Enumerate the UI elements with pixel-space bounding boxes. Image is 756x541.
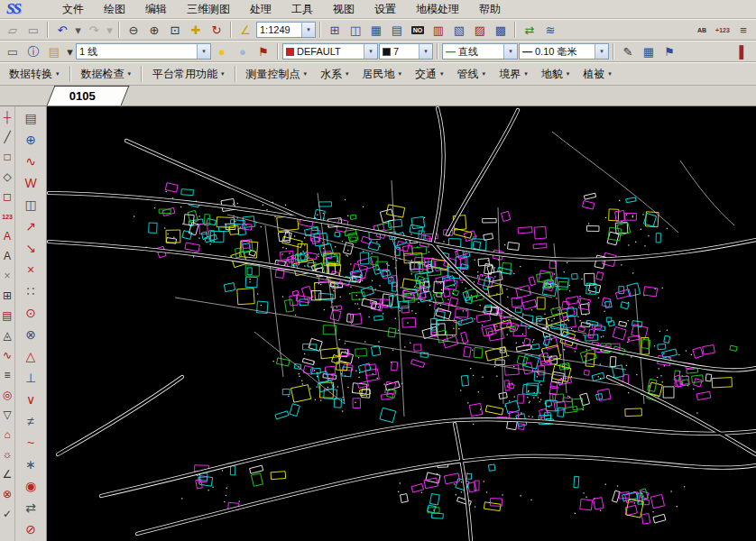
view-grid-3-button[interactable]: ▦ <box>366 21 386 39</box>
scale-combo[interactable]: 1:1249▾ <box>256 22 316 38</box>
tool-delta[interactable]: △ <box>15 345 46 367</box>
layer-freeze-button[interactable]: ● <box>233 42 253 60</box>
chevron-down-icon[interactable]: ▾ <box>503 44 517 59</box>
flag-button[interactable]: ⚑ <box>659 42 679 60</box>
tool-copy-object[interactable]: ▤ <box>0 306 14 326</box>
tool-check[interactable]: ✓ <box>0 504 14 524</box>
tool-text-annotate[interactable]: A <box>0 226 14 246</box>
tool-dots[interactable]: ∷ <box>15 280 46 302</box>
panel-water-system[interactable]: 水系▾ <box>314 64 355 85</box>
menu-item-draw[interactable]: 绘图 <box>94 0 135 19</box>
dock-toggle-button[interactable]: ▌ <box>733 42 753 60</box>
tool-wave[interactable]: ~ <box>15 432 46 454</box>
tool-bullseye[interactable]: ◉ <box>15 475 46 497</box>
tool-dashed-box[interactable]: ◫ <box>15 194 46 215</box>
swap-view-button[interactable]: ⇄ <box>520 21 539 39</box>
tool-coordinates[interactable]: 123 <box>0 206 14 226</box>
tool-spline[interactable]: ∿ <box>0 345 14 365</box>
panel-residential-area[interactable]: 居民地▾ <box>356 64 409 85</box>
more-tools-button[interactable]: ≡ <box>733 21 753 39</box>
zoom-out-button[interactable]: ⊖ <box>124 21 143 39</box>
edit-style-button[interactable]: ✎ <box>618 42 638 60</box>
scale-lock-button[interactable]: ∠ <box>235 21 255 39</box>
panel-transportation[interactable]: 交通▾ <box>409 64 450 85</box>
undo-history-button[interactable]: ▾ <box>73 21 83 39</box>
panel-platform-functions[interactable]: 平台常用功能▾ <box>146 64 231 85</box>
layer-lock-button[interactable]: ⚑ <box>254 42 273 60</box>
tool-layers-list[interactable]: ≡ <box>0 365 14 385</box>
menu-item-edit[interactable]: 编辑 <box>135 0 177 19</box>
layer-manager-button[interactable]: ▤ <box>44 42 64 60</box>
tool-line[interactable]: ╱ <box>0 127 14 147</box>
map-canvas[interactable] <box>47 106 756 541</box>
menu-item-help[interactable]: 帮助 <box>469 0 511 19</box>
menu-item-settings[interactable]: 设置 <box>364 0 406 19</box>
view-grid-1-button[interactable]: ⊞ <box>325 21 345 39</box>
chevron-down-icon[interactable]: ▾ <box>301 23 315 37</box>
tool-arrow-se[interactable]: ↘ <box>15 237 46 259</box>
tool-rectangle[interactable]: □ <box>0 147 14 167</box>
tool-text-style[interactable]: A <box>0 246 14 266</box>
panel-pipeline[interactable]: 管线▾ <box>451 64 493 85</box>
text-style-combo[interactable]: DEFAULT▾ <box>282 43 378 60</box>
chevron-down-icon[interactable]: ▾ <box>364 44 377 59</box>
tool-letter-w[interactable]: W <box>15 172 46 194</box>
lineweight-combo[interactable]: —0.10 毫米▾ <box>519 43 609 60</box>
tool-sun[interactable]: ☼ <box>0 445 14 464</box>
regen-button[interactable]: ↻ <box>207 21 226 39</box>
tool-cross[interactable]: × <box>15 259 46 280</box>
no-display-button[interactable]: NO <box>408 21 428 39</box>
info-button[interactable]: ⓘ <box>23 42 43 60</box>
tool-erase[interactable]: × <box>0 266 14 286</box>
tool-selection-box[interactable]: ◻ <box>0 187 14 206</box>
view-grid-6-button[interactable]: ▧ <box>449 21 469 39</box>
tool-vee[interactable]: ∨ <box>15 389 46 410</box>
tool-mirror[interactable]: ◬ <box>0 326 14 345</box>
redo-button[interactable]: ↷ <box>84 21 104 39</box>
linetype-combo[interactable]: —直线▾ <box>442 43 518 60</box>
tool-globe[interactable]: ⊕ <box>15 129 46 151</box>
chevron-down-icon[interactable]: ▾ <box>419 44 432 59</box>
zoom-in-button[interactable]: ⊕ <box>144 21 164 39</box>
view-grid-7-button[interactable]: ▨ <box>470 21 490 39</box>
panel-landform[interactable]: 地貌▾ <box>535 64 576 85</box>
menu-item-tools[interactable]: 工具 <box>281 0 323 19</box>
tool-point[interactable]: ┼ <box>0 107 14 127</box>
panel-data-check[interactable]: 数据检查▾ <box>75 64 138 85</box>
table-view-button[interactable]: ▦ <box>639 42 659 60</box>
zoom-window-button[interactable]: ⊡ <box>165 21 185 39</box>
redo-history-button[interactable]: ▾ <box>105 21 115 39</box>
menu-item-3d-mapping[interactable]: 三维测图 <box>177 0 240 19</box>
layer-list-button[interactable]: ▾ <box>65 42 75 60</box>
tool-perpendicular[interactable]: ⊥ <box>15 367 46 389</box>
open-doc-button[interactable]: ▭ <box>23 21 43 39</box>
view-grid-5-button[interactable]: ▥ <box>429 21 448 39</box>
menu-item-file[interactable]: 文件 <box>52 0 94 19</box>
label-123-button[interactable]: +123 <box>713 21 733 39</box>
chevron-down-icon[interactable]: ▾ <box>197 44 210 59</box>
tool-no-entry[interactable]: ⊗ <box>15 324 46 345</box>
tool-array[interactable]: ⊞ <box>0 286 14 306</box>
undo-button[interactable]: ↶ <box>52 21 72 39</box>
tool-paste-board[interactable]: ▤ <box>15 107 46 129</box>
tool-curve[interactable]: ∿ <box>15 151 46 172</box>
panel-vegetation[interactable]: 植被▾ <box>576 64 618 85</box>
layer-on-button[interactable]: ● <box>212 42 232 60</box>
drawing-tab-0105[interactable]: 0105 <box>47 86 130 105</box>
pan-button[interactable]: ✚ <box>186 21 206 39</box>
sheet-button[interactable]: ▭ <box>3 42 23 60</box>
tool-donut[interactable]: ◎ <box>0 385 14 405</box>
layer-combo[interactable]: 1 线▾ <box>76 43 211 60</box>
menu-item-view[interactable]: 视图 <box>323 0 364 19</box>
tool-arrow-ne[interactable]: ↗ <box>15 215 46 237</box>
tool-circle-cross[interactable]: ⊗ <box>0 484 14 504</box>
color-combo[interactable]: 7▾ <box>379 43 433 60</box>
label-ab-button[interactable]: AB <box>692 21 712 39</box>
tool-target[interactable]: ⊙ <box>15 302 46 324</box>
chevron-down-icon[interactable]: ▾ <box>595 44 608 59</box>
view-grid-2-button[interactable]: ◫ <box>346 21 365 39</box>
new-doc-button[interactable]: ▱ <box>3 21 23 39</box>
menu-item-terrain-model[interactable]: 地模处理 <box>406 0 469 19</box>
tool-angle[interactable]: ∠ <box>0 464 14 484</box>
tool-not-equal[interactable]: ≠ <box>15 410 46 432</box>
